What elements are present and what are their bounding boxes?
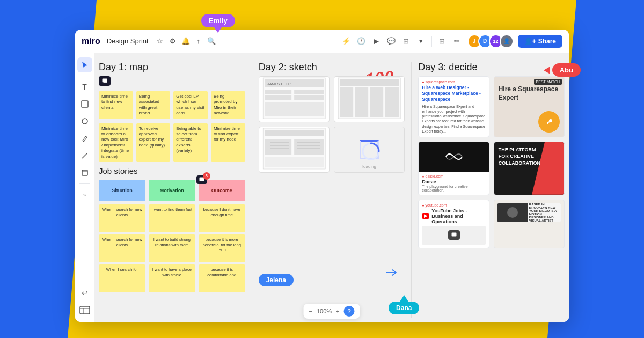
line-tool[interactable] — [77, 148, 92, 163]
avatar-count-text: 12 — [493, 39, 499, 44]
svg-rect-13 — [265, 90, 291, 94]
pen-tool[interactable] — [77, 131, 92, 146]
sticky-3[interactable]: Get cool LP which I can use as my visit … — [173, 91, 208, 119]
platform-title: THE PLATFORM FOR CREATIVE COLLABORATION — [499, 146, 541, 167]
star-icon[interactable]: ☆ — [155, 36, 165, 46]
avatar-user[interactable]: 👤 — [500, 34, 514, 48]
wireframes-grid: JAMES HELP — [259, 76, 405, 173]
situation-header: Situation — [99, 180, 145, 201]
abu-label-text: Abu — [560, 66, 573, 74]
comment-icon-1[interactable] — [99, 76, 111, 86]
job-3-mot[interactable]: I want to have a place with stable — [149, 264, 195, 292]
select-tool[interactable] — [77, 57, 92, 72]
daisie-title: Daisie — [422, 179, 485, 185]
search-icon[interactable]: 🔍 — [207, 36, 216, 46]
tool-separator-2 — [79, 183, 90, 184]
squarespace-card[interactable]: ● squarespace.com Hire a Web Designer - … — [418, 76, 489, 137]
job-1-sit[interactable]: When I search for new clients — [99, 204, 145, 232]
text-tool[interactable]: T — [77, 79, 92, 94]
job-1-out[interactable]: because I don't have enough time — [199, 204, 245, 232]
job-stories-title: Job stories — [99, 166, 245, 175]
svg-point-36 — [549, 119, 552, 122]
hire-title: Hire a Squarespace Expert — [499, 85, 560, 102]
clock-icon[interactable]: 🕐 — [355, 35, 367, 47]
svg-rect-21 — [355, 87, 368, 117]
wireframe-4[interactable]: loading — [334, 127, 405, 173]
job-2-mot[interactable]: I want to build strong relations with th… — [149, 234, 195, 262]
sketch-arrow — [385, 267, 398, 280]
svg-rect-0 — [82, 101, 88, 107]
job-row-2: When I search for new clients I want to … — [99, 234, 245, 262]
undo-tool[interactable]: ↩ — [77, 285, 92, 300]
svg-rect-3 — [82, 170, 87, 175]
daisie-text-area: ● daisie.com Daisie The playground for c… — [419, 172, 488, 195]
hire-card[interactable]: BEST MATCH Hire a Squarespace Expert — [494, 76, 565, 137]
job-row-1: When I search for new clients I want to … — [99, 204, 245, 232]
wireframe-3[interactable] — [259, 127, 330, 173]
svg-point-1 — [82, 119, 87, 124]
wireframe-1[interactable]: JAMES HELP — [259, 76, 330, 122]
sticky-8[interactable]: Minimize time to find expert for my need — [211, 123, 245, 162]
zoom-minus[interactable]: − — [309, 308, 312, 314]
settings-icon[interactable]: ⚙ — [168, 36, 178, 46]
day3-section: Day 3: decide ● squarespace.com Hire a W… — [418, 62, 565, 318]
upload-icon[interactable]: ↑ — [194, 36, 203, 46]
shape-tool[interactable] — [77, 114, 92, 129]
job-2-out[interactable]: because it is more beneficial for the lo… — [199, 234, 245, 262]
frame-tool[interactable] — [77, 165, 92, 180]
daisie-card[interactable]: ● daisie.com Daisie The playground for c… — [418, 142, 489, 195]
more-tools[interactable]: » — [77, 187, 92, 202]
sticky-6[interactable]: To receive approved expert for my need (… — [136, 123, 171, 162]
canvas-area: T » ↩ — [75, 53, 569, 322]
job-1-mot[interactable]: I want to find them fast — [149, 204, 195, 232]
sticky-7[interactable]: Being able to select from different expe… — [173, 123, 208, 162]
more-icon[interactable]: ▾ — [415, 35, 427, 47]
dana-cursor: Dana — [389, 295, 419, 314]
svg-rect-28 — [265, 157, 324, 167]
day3-title: Day 3: decide — [418, 62, 565, 73]
job-2-sit[interactable]: When I search for new clients — [99, 234, 145, 262]
job-3-out[interactable]: because it is comfortable and — [199, 264, 245, 292]
tool-separator-1 — [79, 76, 90, 76]
select-icon[interactable]: ⊞ — [436, 35, 448, 47]
help-button[interactable]: ? — [344, 306, 355, 317]
pen-icon[interactable]: ✏ — [451, 35, 463, 47]
youtube-card[interactable]: ● youtube.com ▶ YouTube Jobs - Business … — [418, 200, 489, 248]
toolbar-right: ⚡ 🕐 ▶ 💬 ⊞ ▾ ⊞ ✏ J D 12 👤 👤+ — [340, 34, 562, 48]
svg-rect-26 — [265, 139, 291, 155]
sticky-5[interactable]: Minimize time to onboard a new tool: Mir… — [99, 123, 133, 162]
svg-rect-27 — [294, 139, 324, 155]
daisie-desc: The playground for creative collaboratio… — [422, 185, 485, 192]
motion-card[interactable]: BASED IN BROOKLYN NEW YORK DIEGO IS A MO… — [494, 200, 565, 248]
dana-cursor-arrow — [400, 295, 408, 302]
youtube-comment-icon — [448, 230, 460, 240]
svg-text:JAMES HELP: JAMES HELP — [267, 82, 291, 86]
sticky-tool[interactable] — [77, 97, 92, 112]
platform-card[interactable]: THE PLATFORM FOR CREATIVE COLLABORATION — [494, 142, 565, 195]
present-icon[interactable]: ▶ — [370, 35, 382, 47]
day1-title: Day 1: map — [99, 62, 245, 73]
zoom-level: 100% — [317, 308, 332, 314]
zoom-plus[interactable]: + — [336, 308, 339, 314]
comment-toolbar-icon[interactable]: 💬 — [385, 35, 397, 47]
sticky-1[interactable]: Minimize time to find new clients — [99, 91, 133, 119]
loading-text: loading — [362, 164, 376, 169]
emily-cursor-arrow — [214, 27, 222, 33]
lightning-icon[interactable]: ⚡ — [340, 35, 352, 47]
project-title[interactable]: Design Sprint — [107, 37, 149, 45]
job-3-sit[interactable]: When I search for — [99, 264, 145, 292]
sticky-2[interactable]: Being associated with great brand — [136, 91, 171, 119]
avatars-group: J D 12 👤 — [467, 34, 514, 48]
sticky-4[interactable]: Being promoted by Miro in their network — [211, 91, 245, 119]
svg-rect-17 — [265, 102, 324, 116]
loading-spinner — [360, 140, 379, 159]
share-button[interactable]: 👤+ Share — [518, 35, 562, 48]
notification-icon[interactable]: 🔔 — [181, 36, 191, 46]
divider-1 — [252, 62, 252, 318]
motivation-header: Motivation — [149, 180, 195, 201]
outcome-badge: 3 — [203, 172, 210, 180]
daisie-source: ● daisie.com — [422, 174, 485, 178]
svg-rect-23 — [385, 87, 399, 117]
grid-icon[interactable]: ⊞ — [400, 35, 412, 47]
wireframe-2[interactable] — [334, 76, 405, 122]
